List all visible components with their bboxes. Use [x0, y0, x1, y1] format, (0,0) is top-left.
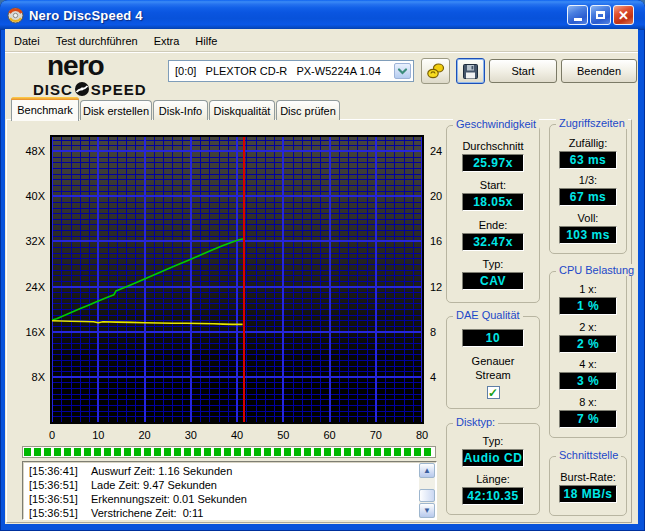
minimize-icon: [574, 18, 582, 21]
drive-select[interactable]: [0:0] PLEXTOR CD-R PX-W5224A 1.04: [168, 60, 414, 82]
cpu-8x-value: 7 %: [559, 410, 617, 428]
panel-schnittstelle: Schnittstelle Burst-Rate:18 MB/s: [549, 456, 627, 516]
svg-text:20: 20: [138, 429, 150, 441]
progress-fill: [24, 448, 434, 456]
speed-avg-label: Durchschnitt: [462, 140, 523, 152]
log-timestamp: [15:36:51]: [29, 492, 91, 506]
svg-text:4: 4: [430, 371, 436, 383]
svg-text:80: 80: [416, 429, 428, 441]
tab-disc-pruefen[interactable]: Disc prüfen: [276, 100, 340, 120]
speed-start-value: 18.05x: [462, 193, 524, 211]
tab-disk-erstellen[interactable]: Disk erstellen: [80, 100, 152, 120]
progress-bar: [22, 446, 436, 458]
log-listbox[interactable]: [15:36:41]Auswurf Zeit: 1.16 Sekunden [1…: [22, 461, 437, 520]
access-third-value: 67 ms: [559, 188, 617, 206]
access-full-value: 103 ms: [559, 226, 617, 244]
panel-title: Geschwindigkeit: [453, 118, 539, 130]
svg-text:20: 20: [430, 190, 442, 202]
menu-bar: Datei Test durchführen Extra Hilfe: [6, 31, 636, 51]
speed-type-label: Typ:: [483, 258, 504, 270]
disc-length-label: Länge:: [476, 473, 510, 485]
log-row: [15:36:51]Lade Zeit: 9.47 Sekunden: [29, 478, 419, 492]
logo-speed-text: SPEED: [91, 82, 147, 97]
menu-hilfe[interactable]: Hilfe: [187, 33, 225, 49]
log-message: Auswurf Zeit: 1.16 Sekunden: [91, 464, 232, 478]
burst-rate-label: Burst-Rate:: [560, 471, 616, 483]
close-icon: ✕: [618, 9, 629, 22]
nero-logo: nero DISC SPEED: [33, 52, 147, 97]
svg-text:0: 0: [49, 429, 55, 441]
options-button[interactable]: [421, 58, 450, 84]
svg-text:60: 60: [323, 429, 335, 441]
speed-start-label: Start:: [480, 179, 506, 191]
panel-title: Zugriffszeiten: [556, 117, 628, 129]
titlebar[interactable]: Nero DiscSpeed 4 ✕: [0, 0, 645, 30]
svg-text:16: 16: [430, 235, 442, 247]
quit-button[interactable]: Beenden: [561, 59, 637, 83]
accurate-stream-checkbox[interactable]: ✓: [487, 386, 500, 399]
log-scrollbar[interactable]: ▲ ▼: [419, 463, 435, 518]
svg-text:16X: 16X: [25, 326, 45, 338]
speed-end-value: 32.47x: [462, 233, 524, 251]
panel-cpu-belastung: CPU Belastung 1 x:1 % 2 x:2 % 4 x:3 % 8 …: [549, 271, 627, 438]
svg-text:8X: 8X: [32, 371, 46, 383]
svg-text:32X: 32X: [25, 235, 45, 247]
menu-extra[interactable]: Extra: [146, 33, 188, 49]
menu-datei[interactable]: Datei: [6, 33, 48, 49]
burst-rate-value: 18 MB/s: [559, 485, 617, 503]
log-message: Lade Zeit: 9.47 Sekunden: [91, 478, 217, 492]
chevron-down-icon: [397, 67, 408, 76]
svg-text:10: 10: [92, 429, 104, 441]
scrollbar-thumb[interactable]: [419, 489, 435, 502]
log-timestamp: [15:36:51]: [29, 478, 91, 492]
tab-benchmark[interactable]: Benchmark: [11, 97, 79, 121]
cpu-4x-label: 4 x:: [579, 358, 597, 370]
tab-diskqualitaet[interactable]: Diskqualität: [209, 100, 275, 120]
scroll-down-button[interactable]: ▼: [419, 503, 435, 518]
dae-quality-value: 10: [462, 329, 524, 347]
app-icon[interactable]: [7, 7, 24, 24]
disc-swoosh-icon: [74, 81, 90, 97]
svg-text:8: 8: [430, 326, 436, 338]
log-row: [15:36:51]Verstrichene Zeit: 0:11: [29, 506, 419, 519]
tab-disk-info[interactable]: Disk-Info: [153, 100, 208, 120]
menu-test-durchfuehren[interactable]: Test durchführen: [48, 33, 146, 49]
svg-text:70: 70: [370, 429, 382, 441]
svg-text:24X: 24X: [25, 281, 45, 293]
svg-text:40X: 40X: [25, 190, 45, 202]
close-button[interactable]: ✕: [613, 5, 634, 25]
save-button[interactable]: [456, 58, 485, 84]
log-message: Verstrichene Zeit: 0:11: [91, 506, 203, 519]
log-row: [15:36:51]Erkennungszeit: 0.01 Sekunden: [29, 492, 419, 506]
benchmark-chart: 8X16X24X32X40X48X48121620240102030405060…: [24, 124, 444, 446]
start-button[interactable]: Start: [489, 59, 557, 83]
svg-text:50: 50: [277, 429, 289, 441]
svg-text:40: 40: [231, 429, 243, 441]
minimize-button[interactable]: [567, 5, 588, 25]
floppy-save-icon: [462, 63, 479, 80]
log-timestamp: [15:36:41]: [29, 464, 91, 478]
speed-options-icon: [426, 61, 446, 81]
svg-text:12: 12: [430, 281, 442, 293]
maximize-icon: [596, 11, 605, 19]
svg-text:48X: 48X: [25, 145, 45, 157]
panel-title: CPU Belastung: [556, 264, 637, 276]
speed-end-label: Ende:: [479, 219, 508, 231]
checkmark-icon: ✓: [488, 388, 498, 398]
panel-zugriffszeiten: Zugriffszeiten Zufällig:63 ms 1/3:67 ms …: [549, 124, 627, 254]
panel-title: Schnittstelle: [556, 449, 621, 461]
cpu-2x-value: 2 %: [559, 335, 617, 353]
disc-type-value: Audio CD: [462, 449, 524, 467]
drive-select-value: [0:0] PLEXTOR CD-R PX-W5224A 1.04: [169, 65, 413, 77]
scroll-up-button[interactable]: ▲: [419, 463, 435, 478]
drive-select-dropdown-button[interactable]: [394, 63, 411, 79]
cpu-1x-value: 1 %: [559, 297, 617, 315]
cpu-4x-value: 3 %: [559, 372, 617, 390]
disc-type-label: Typ:: [483, 435, 504, 447]
app-window: Nero DiscSpeed 4 ✕ Datei Test durchführe…: [0, 0, 645, 531]
maximize-button[interactable]: [590, 5, 611, 25]
panel-disktyp: Disktyp: Typ:Audio CD Länge:42:10.35: [446, 423, 540, 515]
dae-accurate-stream-label-2: Stream: [475, 369, 510, 381]
disc-length-value: 42:10.35: [462, 487, 524, 505]
access-full-label: Voll:: [578, 212, 599, 224]
